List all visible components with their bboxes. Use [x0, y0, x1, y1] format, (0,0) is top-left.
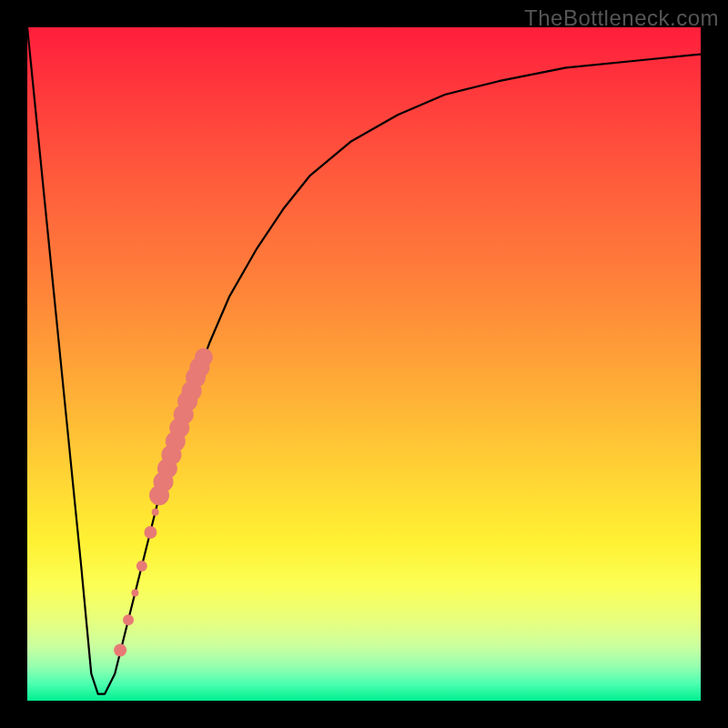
attribution-label: TheBottleneck.com: [524, 5, 719, 31]
highlight-dot: [152, 509, 159, 516]
highlight-band: [114, 349, 213, 657]
highlight-dot: [136, 561, 147, 571]
highlight-dot: [195, 349, 213, 367]
chart-frame: TheBottleneck.com: [0, 0, 728, 728]
highlight-dot: [114, 644, 126, 657]
bottleneck-curve: [27, 27, 701, 694]
chart-svg: [27, 27, 701, 701]
highlight-dot: [144, 526, 157, 539]
highlight-dot: [123, 614, 134, 625]
plot-area: [27, 27, 701, 701]
highlight-dot: [131, 590, 138, 597]
